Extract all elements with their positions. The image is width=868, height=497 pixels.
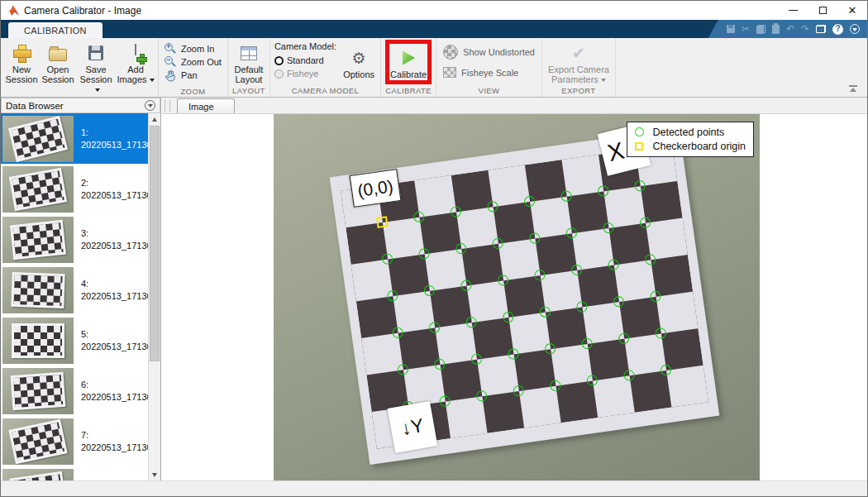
image-thumbnail [2, 418, 74, 465]
tabbar-grip[interactable] [165, 100, 170, 112]
copy-icon[interactable] [756, 25, 765, 34]
add-images-button[interactable]: Add Images [116, 41, 155, 94]
ribbon: New Session Open Session Save Session Ad… [1, 38, 867, 98]
detected-point-marker [423, 284, 436, 297]
image-list-item-5[interactable]: 5:20220513_171305.jpg [1, 315, 148, 366]
data-browser-header: Data Browser [1, 98, 160, 113]
detected-point-marker [613, 295, 625, 308]
detected-point-marker [565, 227, 578, 239]
detected-point-icon [635, 127, 644, 136]
add-images-caret-icon [150, 79, 155, 82]
radio-fisheye[interactable]: Fisheye [274, 67, 336, 80]
zoom-out-icon: − [165, 56, 177, 69]
image-list-scrollbar[interactable] [148, 113, 160, 480]
maximize-button[interactable] [808, 1, 837, 20]
save-session-icon [88, 45, 103, 60]
radio-standard[interactable]: Standard [274, 54, 336, 67]
open-session-button[interactable]: Open Session [40, 41, 76, 94]
cut-icon[interactable]: ✂ [742, 24, 750, 34]
pan-button[interactable]: Pan [165, 69, 222, 82]
section-zoom: + Zoom In − Zoom Out Pan ZOOM [159, 38, 228, 97]
detected-point-marker [660, 364, 672, 376]
quick-access-toolbar: ✂ ↶ ↷ ? [705, 20, 867, 38]
tab-image[interactable]: Image [177, 98, 235, 113]
detected-point-marker [528, 232, 541, 245]
data-browser-panel: Data Browser 1:20220513_171300.jpg2:2022… [1, 98, 161, 480]
show-undistorted-icon [443, 45, 458, 60]
minimize-ribbon-button[interactable] [849, 85, 857, 93]
section-layout: Default Layout LAYOUT [228, 38, 270, 97]
detected-point-marker [465, 316, 478, 328]
detected-point-marker [655, 327, 667, 340]
window-title: Camera Calibrator - Image [24, 5, 141, 17]
detected-point-marker [508, 348, 520, 361]
detected-point-marker [560, 190, 573, 203]
image-item-label: 3:20220513_171302.jpg [74, 227, 148, 252]
zoom-out-button[interactable]: − Zoom Out [165, 55, 222, 69]
panel-menu-icon[interactable] [145, 100, 155, 111]
detected-point-marker [475, 390, 488, 403]
image-list-item-2[interactable]: 2:20220513_171301.jpg [1, 164, 148, 214]
status-bar [1, 480, 867, 496]
detected-point-marker [644, 254, 656, 266]
detected-point-marker [397, 363, 409, 375]
close-button[interactable]: ✕ [837, 1, 867, 20]
detected-point-marker [392, 327, 404, 339]
paste-icon[interactable] [772, 25, 780, 34]
open-folder-icon [49, 49, 67, 61]
detected-point-marker [608, 259, 620, 271]
new-session-icon [13, 45, 30, 61]
detected-point-marker [460, 280, 473, 292]
detected-point-marker [450, 206, 462, 218]
image-list-item-4[interactable]: 4:20220513_171303.jpg [1, 265, 148, 315]
image-thumbnail [2, 469, 74, 481]
new-session-button[interactable]: New Session [3, 41, 40, 94]
image-item-label: 6:20220513_171306.jpg [74, 379, 148, 404]
detected-point-marker [439, 395, 451, 408]
detected-point-marker [550, 380, 562, 392]
scroll-up-button[interactable] [149, 113, 160, 125]
detected-point-marker [470, 353, 483, 366]
show-undistorted-button[interactable]: Show Undistorted [443, 44, 535, 60]
dropdown-icon[interactable] [850, 24, 860, 34]
save-session-button[interactable]: Save Session [76, 41, 116, 94]
image-list-item-3[interactable]: 3:20220513_171302.jpg [1, 214, 148, 265]
image-item-label: 5:20220513_171305.jpg [74, 328, 148, 353]
image-list-item-7[interactable]: 7:20220513_171308.jpg [1, 416, 148, 466]
section-view: Show Undistorted Fisheye Scale VIEW [436, 38, 542, 97]
save-icon[interactable] [727, 25, 735, 33]
image-list-item-6[interactable]: 6:20220513_171306.jpg [1, 366, 148, 416]
data-browser-title: Data Browser [6, 101, 64, 111]
detected-point-marker [487, 200, 499, 213]
detected-point-marker [534, 269, 546, 281]
image-list-item-8[interactable]: 8: [1, 466, 148, 480]
zoom-in-button[interactable]: + Zoom In [165, 42, 222, 55]
image-list-item-1[interactable]: 1:20220513_171300.jpg [1, 113, 148, 164]
calibrate-highlight-box: Calibrate [385, 40, 432, 84]
options-button[interactable]: ⚙ Options [340, 41, 378, 84]
calibrate-play-icon [401, 50, 417, 66]
fisheye-scale-button[interactable]: Fisheye Scale [443, 65, 535, 81]
detected-point-marker [639, 217, 651, 229]
default-layout-button[interactable]: Default Layout [231, 41, 267, 84]
scrollbar-thumb[interactable] [150, 126, 160, 361]
export-camera-parameters-button[interactable]: ✔ Export Camera Parameters [545, 41, 613, 84]
detected-point-marker [586, 375, 599, 387]
scroll-down-button[interactable] [149, 469, 160, 480]
undo-icon[interactable]: ↶ [786, 24, 794, 34]
calibrate-button[interactable]: Calibrate [389, 44, 427, 80]
detected-point-marker [544, 342, 556, 355]
help-icon[interactable]: ? [832, 24, 843, 35]
image-thumbnail [2, 318, 74, 364]
detected-point-marker [597, 185, 609, 198]
image-item-label: 4:20220513_171303.jpg [74, 278, 148, 303]
windows-icon[interactable] [816, 25, 826, 33]
tab-calibration[interactable]: CALIBRATION [8, 22, 103, 38]
detected-point-marker [523, 195, 536, 208]
section-label-layout: LAYOUT [231, 84, 267, 97]
redo-icon[interactable]: ↷ [801, 24, 809, 34]
minimize-button[interactable] [778, 1, 808, 20]
detected-point-marker [492, 237, 504, 250]
section-file: New Session Open Session Save Session Ad… [1, 38, 159, 97]
section-label-export: EXPORT [545, 84, 613, 97]
